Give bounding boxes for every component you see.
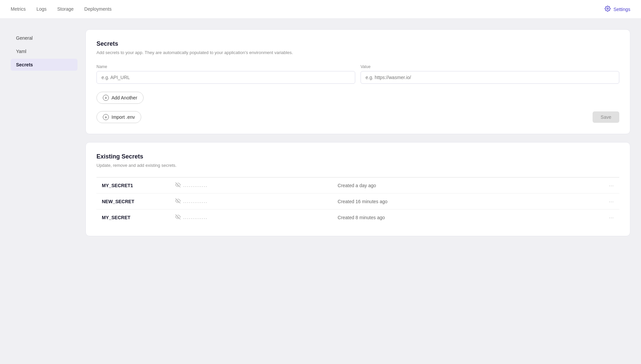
secret-value-cell: ............. [170,194,332,210]
secret-time-cell: Created a day ago [332,177,561,194]
nav-settings[interactable]: Settings [605,6,630,13]
secret-name-cell: NEW_SECRET [96,194,170,210]
sidebar-item-secrets[interactable]: Secrets [11,59,77,71]
existing-secrets-description: Update, remove and add existing secrets. [96,163,619,168]
nav-metrics[interactable]: Metrics [11,6,26,12]
nav-left: Metrics Logs Storage Deployments [11,6,112,12]
secret-name-cell: MY_SECRET1 [96,177,170,194]
top-navigation: Metrics Logs Storage Deployments Setting… [0,0,641,19]
table-row: MY_SECRET ............. Created 8 minute… [96,210,619,226]
import-save-row: + Import .env Save [96,111,619,123]
main-content: Secrets Add secrets to your app. They ar… [85,29,630,236]
value-input[interactable] [361,71,619,84]
secrets-table: MY_SECRET1 ............. Created a day a… [96,177,619,225]
table-row: MY_SECRET1 ............. Created a day a… [96,177,619,194]
nav-deployments[interactable]: Deployments [84,6,112,12]
secret-name-cell: MY_SECRET [96,210,170,226]
existing-secrets-card: Existing Secrets Update, remove and add … [85,142,630,236]
secret-more-button[interactable]: ··· [561,194,619,210]
secrets-form-title: Secrets [96,40,619,47]
secret-dots: ............. [183,183,208,188]
import-env-label: Import .env [112,114,135,120]
import-env-button[interactable]: + Import .env [96,111,141,123]
save-button[interactable]: Save [593,111,619,123]
add-another-label: Add Another [112,95,137,100]
eye-off-icon[interactable] [175,182,181,189]
value-form-group: Value [361,64,619,84]
eye-off-icon[interactable] [175,198,181,205]
name-input[interactable] [96,71,355,84]
table-row: NEW_SECRET ............. Created 16 minu… [96,194,619,210]
sidebar-item-general[interactable]: General [11,32,77,44]
name-form-group: Name [96,64,355,84]
secret-dots: ............. [183,199,208,204]
add-another-row: + Add Another [96,92,619,104]
secret-value-cell: ............. [170,210,332,226]
secret-more-button[interactable]: ··· [561,177,619,194]
secret-time-cell: Created 16 minutes ago [332,194,561,210]
sidebar: General Yaml Secrets [11,29,77,236]
nav-logs[interactable]: Logs [36,6,46,12]
value-label: Value [361,64,619,69]
page-layout: General Yaml Secrets Secrets Add secrets… [0,19,641,247]
secrets-input-row: Name Value [96,64,619,84]
settings-label: Settings [613,7,630,12]
name-label: Name [96,64,355,69]
secret-time-cell: Created 8 minutes ago [332,210,561,226]
secret-value-cell: ............. [170,177,332,194]
plus-icon: + [103,95,109,101]
secrets-form-card: Secrets Add secrets to your app. They ar… [85,29,630,134]
existing-secrets-title: Existing Secrets [96,153,619,160]
secrets-form-description: Add secrets to your app. They are automa… [96,50,619,55]
button-row: + Add Another + Import .env Save [96,92,619,123]
sidebar-item-yaml[interactable]: Yaml [11,45,77,57]
plus-icon-import: + [103,114,109,120]
secret-more-button[interactable]: ··· [561,210,619,226]
add-another-button[interactable]: + Add Another [96,92,144,104]
gear-icon [605,6,611,13]
secret-dots: ............. [183,215,208,220]
nav-storage[interactable]: Storage [57,6,73,12]
eye-off-icon[interactable] [175,214,181,221]
